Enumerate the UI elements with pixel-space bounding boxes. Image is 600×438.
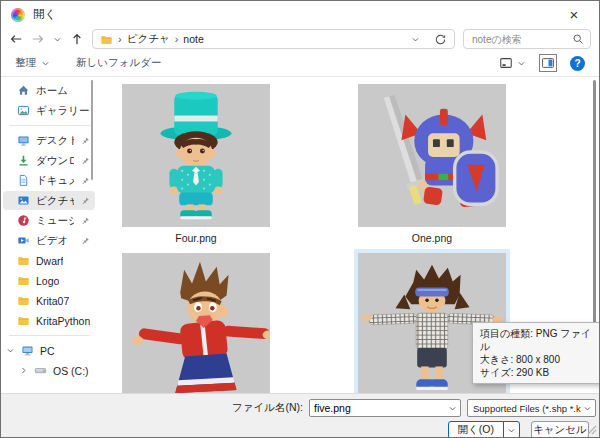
new-folder-button[interactable]: 新しいフォルダー	[76, 56, 161, 70]
filename-input[interactable]	[310, 402, 448, 414]
command-bar: 整理 新しいフォルダー	[1, 50, 599, 77]
view-mode-icon	[499, 56, 513, 70]
sidebar-item-Dwarf[interactable]: Dwarf	[3, 251, 95, 270]
toolbar-right-group	[499, 54, 585, 72]
view-mode-button[interactable]	[499, 56, 526, 70]
forward-button[interactable]	[31, 32, 45, 46]
sidebar-item-Krita07[interactable]: Krita07	[3, 291, 95, 310]
sidebar-item-label: Dwarf	[36, 255, 63, 267]
filename-dropdown-button[interactable]	[448, 404, 457, 413]
navigation-bar: › ピクチャ › note	[1, 28, 599, 50]
file-type-value: Supported Files (*.shp *.kml *.jp	[473, 403, 581, 414]
chevron-right-icon[interactable]	[19, 366, 28, 375]
sidebar: ホームギャラリーデスクトップダウンロードドキュメントピクチャミュージックビデオD…	[1, 77, 98, 393]
sidebar-item-label: デスクトップ	[36, 134, 74, 148]
tooltip-line-size: サイズ: 290 KB	[480, 366, 598, 379]
folder-icon	[17, 314, 30, 327]
breadcrumb-item-note[interactable]: note	[183, 33, 203, 45]
sidebar-item-デスクトップ[interactable]: デスクトップ	[3, 131, 95, 150]
help-button[interactable]	[570, 56, 585, 71]
tooltip-line-dimensions: 大きさ: 800 x 800	[480, 353, 598, 366]
document-icon	[17, 174, 30, 187]
sidebar-item-ホーム[interactable]: ホーム	[3, 81, 95, 100]
sidebar-item-label: ビデオ	[36, 234, 68, 248]
resize-grip[interactable]	[586, 424, 597, 435]
file-list-scrollbar[interactable]	[593, 80, 596, 353]
chevron-down-icon	[583, 404, 592, 413]
desktop-icon	[17, 134, 30, 147]
gallery-icon	[17, 104, 30, 117]
file-type-dropdown[interactable]: Supported Files (*.shp *.kml *.jp	[467, 399, 596, 417]
folder-icon	[100, 33, 113, 46]
sidebar-item-ビデオ[interactable]: ビデオ	[3, 231, 95, 250]
address-bar[interactable]: › ピクチャ › note	[92, 29, 455, 49]
character-robot-sword-illustration	[358, 84, 506, 227]
sidebar-item-ドキュメント[interactable]: ドキュメント	[3, 171, 95, 190]
thumbnail-image	[122, 84, 270, 227]
recent-locations-button[interactable]	[53, 35, 62, 44]
pictures-icon	[17, 194, 30, 207]
preview-pane-icon	[541, 56, 555, 70]
sidebar-item-label: ホーム	[36, 84, 68, 98]
open-button[interactable]: 開く(O)	[449, 422, 503, 438]
dialog-footer: ファイル名(N): Supported Files (*.shp *.kml *…	[1, 393, 599, 438]
sidebar-item-ダウンロード[interactable]: ダウンロード	[3, 151, 95, 170]
character-red-jacket-illustration	[122, 253, 270, 393]
open-menu-button[interactable]	[503, 422, 519, 438]
breadcrumb-item-pictures[interactable]: ピクチャ	[127, 32, 170, 46]
file-item[interactable]	[118, 249, 274, 393]
chevron-down-icon	[41, 59, 50, 68]
organize-label: 整理	[15, 56, 36, 70]
close-button[interactable]	[559, 4, 589, 26]
open-dialog: 開く › ピクチャ › note 整理 新しいフォルダー	[0, 0, 600, 438]
character-teal-tophat-illustration	[122, 84, 270, 227]
sidebar-item-ミュージック[interactable]: ミュージック	[3, 211, 95, 230]
video-icon	[17, 234, 30, 247]
search-icon	[572, 33, 584, 45]
sidebar-item-label: ギャラリー	[36, 104, 89, 118]
dialog-title: 開く	[33, 7, 56, 22]
sidebar-item-label: OS (C:)	[53, 365, 89, 377]
new-folder-label: 新しいフォルダー	[76, 56, 161, 70]
sidebar-item-label: Krita07	[36, 295, 69, 307]
sidebar-item-Logo[interactable]: Logo	[3, 271, 95, 290]
pin-icon	[80, 136, 90, 146]
thumbnail-image	[358, 84, 506, 227]
drive-icon	[34, 364, 47, 377]
sidebar-separator	[9, 125, 90, 126]
up-button[interactable]	[70, 32, 84, 46]
sidebar-item-label: ミュージック	[36, 214, 74, 228]
open-split-button: 開く(O)	[448, 421, 520, 438]
breadcrumb-separator: ›	[175, 33, 179, 45]
folder-icon	[17, 274, 30, 287]
sidebar-item-ピクチャ[interactable]: ピクチャ	[3, 191, 95, 210]
organize-button[interactable]: 整理	[15, 56, 50, 70]
sidebar-list: ホームギャラリーデスクトップダウンロードドキュメントピクチャミュージックビデオD…	[1, 81, 98, 380]
sidebar-item-PC[interactable]: PC	[3, 341, 95, 360]
tooltip-line-type: 項目の種類: PNG ファイル	[480, 327, 598, 353]
sidebar-item-ギャラリー[interactable]: ギャラリー	[3, 101, 95, 120]
thumbnail-image	[122, 253, 270, 393]
chevron-down-icon	[507, 426, 516, 435]
sidebar-item-KritaPython07[interactable]: KritaPython07	[3, 311, 95, 330]
pin-icon	[80, 176, 90, 186]
sidebar-item-label: Logo	[36, 275, 59, 287]
sidebar-item-label: KritaPython07	[36, 315, 90, 327]
search-input[interactable]	[470, 33, 568, 46]
sidebar-item-label: ドキュメント	[36, 174, 74, 188]
file-item[interactable]: Four.png	[118, 80, 274, 249]
folder-icon	[17, 254, 30, 267]
file-item[interactable]: One.png	[354, 80, 510, 249]
sidebar-item-OS (C:)[interactable]: OS (C:)	[3, 361, 95, 380]
breadcrumb-separator: ›	[118, 33, 122, 45]
back-button[interactable]	[9, 32, 23, 46]
sidebar-scrollbar[interactable]	[91, 80, 93, 180]
cancel-button[interactable]: キャンセル	[531, 421, 589, 438]
chevron-down-icon[interactable]	[6, 346, 15, 355]
address-dropdown-button[interactable]	[411, 35, 420, 44]
filename-combobox	[309, 399, 461, 417]
download-icon	[17, 154, 30, 167]
refresh-button[interactable]	[434, 33, 447, 46]
search-box	[463, 29, 591, 49]
preview-pane-toggle[interactable]	[539, 54, 557, 72]
